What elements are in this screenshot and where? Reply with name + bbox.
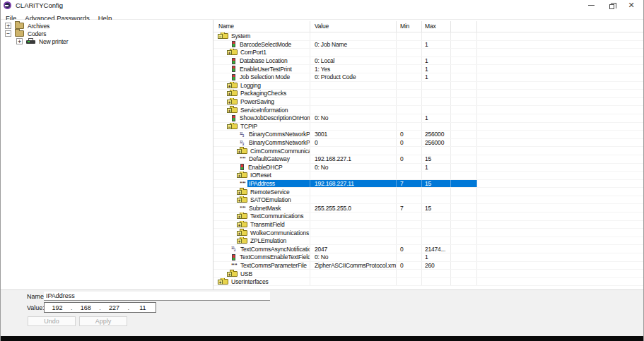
undo-button[interactable]: Undo xyxy=(28,316,76,326)
column-header-min[interactable]: Min xyxy=(397,21,422,32)
table-row-transmitfield[interactable]: +TransmitField xyxy=(213,221,644,229)
param-name-label: ZPLEmulation xyxy=(249,237,310,245)
param-extra-cell xyxy=(451,164,477,172)
param-value-cell: 192.168.227.11 xyxy=(310,180,397,188)
row-filler xyxy=(477,131,644,138)
table-row-userinterfaces[interactable]: +UserInterfaces xyxy=(213,278,644,287)
param-min-cell xyxy=(397,196,422,204)
table-row-cimcommscommunications[interactable]: +CimCommsCommunications xyxy=(213,147,644,155)
param-extra-cell xyxy=(451,229,477,237)
param-value-cell: 3001 xyxy=(310,131,397,138)
table-row-logging[interactable]: +Logging xyxy=(213,82,644,90)
folder-open-icon: − xyxy=(218,32,228,40)
table-row-serviceinformation[interactable]: +ServiceInformation xyxy=(213,106,644,114)
param-name-label: ComPort1 xyxy=(239,49,310,56)
table-row-zplemulation[interactable]: +ZPLEmulation xyxy=(213,237,644,246)
param-name-label: PowerSaving xyxy=(239,98,310,106)
table-row-ipaddress[interactable]: ““IPAddress192.168.227.11715 xyxy=(213,180,644,189)
param-value-cell: 0: No xyxy=(310,114,397,122)
param-name-label: PackagingChecks xyxy=(239,90,310,97)
table-row-subnetmask[interactable]: ““SubnetMask255.255.255.0715 xyxy=(213,204,644,213)
tree-item-coders[interactable]: −Coders xyxy=(5,30,46,37)
table-row-usb[interactable]: +USB xyxy=(213,270,644,278)
table-row-packagingchecks[interactable]: +PackagingChecks xyxy=(213,90,644,98)
param-name-cell: +USB xyxy=(213,270,310,277)
collapse-icon[interactable]: − xyxy=(5,30,11,37)
table-row-showjobdescriptiononhom[interactable]: ShowJobDescriptionOnHom...0: No1 xyxy=(213,114,644,123)
restore-button[interactable] xyxy=(602,0,621,11)
table-row-binarycommsnetworkport[interactable]: ¹²₃BinaryCommsNetworkPort30010256000 xyxy=(213,131,644,139)
param-max-cell: 15 xyxy=(422,155,451,163)
row-filler xyxy=(477,278,644,286)
table-row-powersaving[interactable]: +PowerSaving xyxy=(213,98,644,107)
folder-closed-icon: + xyxy=(227,90,238,97)
table-row-tcpip[interactable]: −TCPIP xyxy=(213,123,644,131)
param-name-cell: ¹²₃TextCommsAsyncNotificatio... xyxy=(213,245,310,253)
param-max-cell xyxy=(422,196,451,204)
expand-icon[interactable]: + xyxy=(16,38,23,44)
param-value-cell: 192.168.227.1 xyxy=(310,155,397,163)
close-button[interactable]: ✕ xyxy=(621,0,641,11)
apply-button[interactable]: Apply xyxy=(79,316,127,326)
param-min-cell xyxy=(397,229,422,237)
param-name-cell: +TransmitField xyxy=(213,221,310,229)
folder-closed-icon: + xyxy=(227,107,238,114)
table-row-satoemulation[interactable]: +SATOEmulation xyxy=(213,196,644,205)
ip-segment-4[interactable]: 11 xyxy=(130,304,156,311)
param-extra-cell xyxy=(451,204,477,212)
table-row-textcommsasyncnotificatio[interactable]: ¹²₃TextCommsAsyncNotificatio...204702147… xyxy=(213,245,644,253)
column-header-max[interactable]: Max xyxy=(422,21,451,32)
column-header-value[interactable]: Value xyxy=(310,21,397,32)
table-row-enabledhcp[interactable]: EnableDHCP0: No1 xyxy=(213,164,644,172)
minimize-button[interactable] xyxy=(581,0,601,11)
ip-segment-2[interactable]: 168 xyxy=(73,304,98,311)
ip-segment-1[interactable]: 192 xyxy=(45,304,70,311)
folder-icon xyxy=(15,30,24,37)
table-row-ioreset[interactable]: +IOReset xyxy=(213,172,644,180)
ip-segment-3[interactable]: 227 xyxy=(102,304,127,311)
ip-address-input[interactable]: 192.168.227.11 xyxy=(44,302,156,313)
column-header-name[interactable]: Name xyxy=(213,21,310,32)
row-filler xyxy=(477,155,644,163)
param-min-cell xyxy=(397,90,422,97)
table-row-defaultgateway[interactable]: ““DefaultGateway192.168.227.1015 xyxy=(213,155,644,164)
table-row-textcommunications[interactable]: +TextCommunications xyxy=(213,213,644,221)
param-name-cell: +PowerSaving xyxy=(213,98,310,106)
param-max-cell: 1 xyxy=(422,73,451,81)
string-param-icon: ““ xyxy=(231,263,238,268)
table-row-system[interactable]: −System xyxy=(213,32,644,41)
table-row-database-location[interactable]: Database Location0: Local1 xyxy=(213,57,644,66)
app-window: CLARiTYConfig ✕ FileAdvanced PasswordsHe… xyxy=(0,0,644,341)
table-row-barcodeselectmode[interactable]: BarcodeSelectMode0: Job Name1 xyxy=(213,41,644,49)
param-max-cell xyxy=(422,221,451,229)
row-filler xyxy=(477,147,644,155)
param-value-cell xyxy=(310,172,397,179)
param-min-cell xyxy=(397,213,422,220)
table-row-textcommsparameterfile[interactable]: ““TextCommsParameterFileZipherASCIIComms… xyxy=(213,262,644,270)
table-row-enableusertestprint[interactable]: EnableUserTestPrint1: Yes1 xyxy=(213,65,644,73)
param-name-label: ShowJobDescriptionOnHom... xyxy=(238,114,310,122)
param-max-cell xyxy=(422,90,451,97)
table-row-wolkecommunications[interactable]: +WolkeCommunications xyxy=(213,229,644,237)
param-extra-cell xyxy=(451,188,477,196)
tree-item-archives[interactable]: +Archives xyxy=(5,22,49,30)
table-row-textcommsenabletextfield[interactable]: TextCommsEnableTextField...0: No1 xyxy=(213,253,644,262)
tree-item-new-printer[interactable]: +New printer xyxy=(16,37,68,45)
param-name-label: Database Location xyxy=(238,57,310,65)
param-name-label: ServiceInformation xyxy=(239,106,310,114)
folder-icon xyxy=(15,23,24,29)
expand-icon[interactable]: + xyxy=(5,23,11,29)
table-row-binarycommsnetworkport2[interactable]: ¹²₃BinaryCommsNetworkPort200256000 xyxy=(213,139,644,148)
param-extra-cell xyxy=(451,180,477,188)
name-field[interactable]: IPAddress xyxy=(44,292,270,301)
table-row-comport1[interactable]: +ComPort1 xyxy=(213,49,644,57)
param-extra-cell xyxy=(451,32,477,40)
param-min-cell xyxy=(397,65,422,73)
row-filler xyxy=(477,204,644,212)
param-min-cell xyxy=(397,253,422,261)
param-extra-cell xyxy=(451,262,477,270)
param-extra-cell xyxy=(451,253,477,261)
table-row-remoteservice[interactable]: +RemoteService xyxy=(213,188,644,196)
row-filler xyxy=(477,172,644,179)
table-row-job-selection-mode[interactable]: Job Selection Mode0: Product Code1 xyxy=(213,73,644,82)
